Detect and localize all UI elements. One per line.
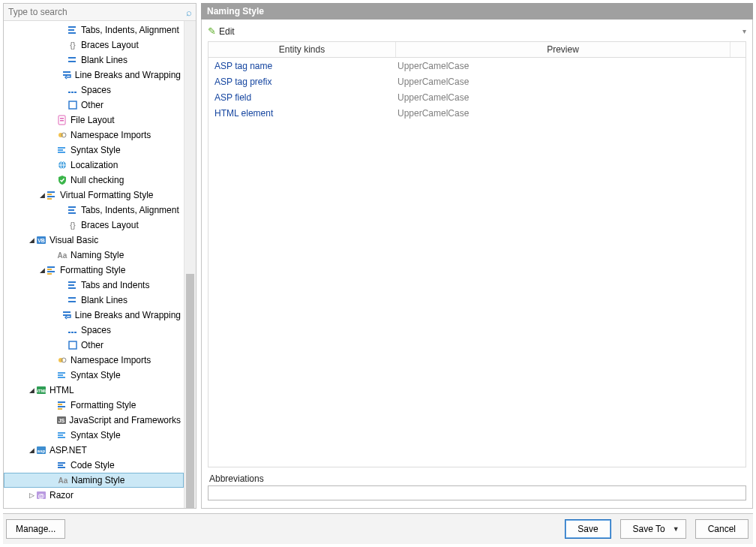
tree-node[interactable]: Spaces bbox=[4, 83, 184, 98]
tree-node[interactable]: Tabs and Indents bbox=[4, 278, 184, 293]
left-panel: ⌕ Tabs, Indents, Alignment{}Braces Layou… bbox=[3, 3, 196, 509]
tree-node[interactable]: Null checking bbox=[4, 173, 184, 188]
tree-node[interactable]: Other bbox=[4, 98, 184, 113]
tree-node[interactable]: ◢VBVisual Basic bbox=[4, 233, 184, 248]
svg-rect-48 bbox=[69, 341, 76, 349]
svg-rect-17 bbox=[58, 147, 65, 149]
svg-text:HTML: HTML bbox=[36, 389, 46, 393]
right-panel: Naming Style ✎ Edit ▾ Entity kinds Previ… bbox=[201, 3, 753, 509]
tree-node[interactable]: ◢Formatting Style bbox=[4, 263, 184, 278]
svg-rect-47 bbox=[74, 332, 76, 333]
tree-node-label: Other bbox=[81, 100, 104, 110]
tree-node-label: Other bbox=[81, 340, 104, 350]
tree-node[interactable]: Localization bbox=[4, 158, 184, 173]
pencil-icon: ✎ bbox=[208, 26, 216, 37]
edit-label: Edit bbox=[219, 26, 235, 37]
svg-rect-18 bbox=[58, 149, 63, 151]
svg-rect-8 bbox=[68, 92, 70, 93]
tree-node[interactable]: Line Breaks and Wrapping bbox=[4, 68, 184, 83]
expand-icon[interactable]: ▷ bbox=[28, 491, 35, 499]
table-row[interactable]: ASP tag prefixUpperCamelCase bbox=[208, 74, 746, 89]
svg-rect-0 bbox=[68, 26, 76, 28]
tree-node[interactable]: Spaces bbox=[4, 323, 184, 338]
tree-node[interactable]: File Layout bbox=[4, 113, 184, 128]
syntax-icon bbox=[56, 144, 68, 156]
tree-node[interactable]: Blank Lines bbox=[4, 293, 184, 308]
svg-rect-7 bbox=[63, 74, 70, 76]
fmt-icon bbox=[46, 189, 58, 201]
svg-rect-38 bbox=[68, 281, 76, 283]
tree-node[interactable]: Code Style bbox=[4, 458, 184, 473]
collapse-icon[interactable]: ◢ bbox=[38, 191, 46, 199]
svg-rect-25 bbox=[47, 196, 55, 197]
spaces-icon bbox=[67, 324, 79, 336]
collapse-icon[interactable]: ◢ bbox=[28, 236, 35, 244]
table-row[interactable]: HTML elementUpperCamelCase bbox=[208, 105, 746, 121]
asp-icon: asp bbox=[35, 444, 47, 456]
table-row[interactable]: ASP fieldUpperCamelCase bbox=[208, 89, 746, 105]
tree-node[interactable]: Syntax Style bbox=[4, 428, 184, 443]
other-icon bbox=[67, 99, 79, 111]
abbreviations-input[interactable] bbox=[208, 485, 746, 500]
tree-node-label: Tabs, Indents, Alignment bbox=[81, 25, 179, 35]
tree-node[interactable]: {}Braces Layout bbox=[4, 218, 184, 233]
svg-text:@: @ bbox=[38, 492, 45, 500]
aa-icon: Aa bbox=[56, 249, 68, 261]
tree-node[interactable]: ◢Virtual Formatting Style bbox=[4, 188, 184, 203]
tree-node[interactable]: Line Breaks and Wrapping bbox=[4, 308, 184, 323]
globe-icon bbox=[56, 159, 68, 171]
tree-node[interactable]: Tabs, Indents, Alignment bbox=[4, 203, 184, 218]
search-icon[interactable]: ⌕ bbox=[182, 7, 196, 18]
indent-icon bbox=[67, 204, 79, 216]
col-preview[interactable]: Preview bbox=[396, 42, 730, 57]
svg-rect-36 bbox=[47, 271, 55, 272]
tree-node[interactable]: ◢aspASP.NET bbox=[4, 443, 184, 458]
tree-node[interactable]: AaNaming Style bbox=[4, 473, 184, 488]
col-entity-kinds[interactable]: Entity kinds bbox=[208, 42, 396, 57]
manage-button[interactable]: Manage... bbox=[6, 519, 65, 539]
tree-node[interactable]: Syntax Style bbox=[4, 143, 184, 158]
tree-node[interactable]: Namespace Imports bbox=[4, 128, 184, 143]
svg-rect-69 bbox=[58, 467, 65, 468]
collapse-icon[interactable]: ◢ bbox=[38, 266, 46, 274]
tree-scrollbar[interactable] bbox=[184, 21, 196, 508]
cancel-button[interactable]: Cancel bbox=[695, 519, 748, 539]
collapse-icon[interactable]: ◢ bbox=[28, 446, 35, 454]
svg-rect-28 bbox=[68, 209, 74, 211]
svg-rect-29 bbox=[68, 212, 76, 214]
html-icon: HTML bbox=[35, 384, 47, 396]
tree-node-label: Formatting Style bbox=[60, 265, 125, 275]
tree-node[interactable]: Tabs, Indents, Alignment bbox=[4, 23, 184, 38]
tree-node[interactable]: {}Braces Layout bbox=[4, 38, 184, 53]
tree-node-label: Formatting Style bbox=[70, 400, 136, 410]
edit-button[interactable]: ✎ Edit bbox=[208, 26, 235, 37]
other-icon bbox=[67, 339, 79, 351]
svg-rect-57 bbox=[58, 404, 62, 405]
tree-node-label: Localization bbox=[70, 160, 118, 170]
tree-node[interactable]: ◢HTMLHTML bbox=[4, 383, 184, 398]
svg-text:JS: JS bbox=[58, 418, 65, 423]
tree-scroll-thumb[interactable] bbox=[186, 274, 194, 508]
tree-node-label: Virtual Formatting Style bbox=[60, 190, 154, 200]
save-button[interactable]: Save bbox=[565, 519, 610, 539]
search-input[interactable] bbox=[4, 7, 182, 17]
svg-rect-42 bbox=[68, 301, 76, 302]
tree-node[interactable]: ▷@Razor bbox=[4, 488, 184, 503]
code-icon bbox=[56, 459, 68, 471]
settings-tree[interactable]: Tabs, Indents, Alignment{}Braces LayoutB… bbox=[4, 21, 184, 508]
tree-node[interactable]: AaNaming Style bbox=[4, 248, 184, 263]
tree-node[interactable]: Syntax Style bbox=[4, 368, 184, 383]
collapse-icon[interactable]: ◢ bbox=[28, 386, 35, 394]
tree-node[interactable]: Blank Lines bbox=[4, 53, 184, 68]
save-to-button[interactable]: Save To ▼ bbox=[620, 519, 686, 539]
svg-rect-64 bbox=[58, 437, 65, 438]
tree-node[interactable]: Formatting Style bbox=[4, 398, 184, 413]
table-row[interactable]: ASP tag nameUpperCamelCase bbox=[208, 58, 746, 74]
edit-toolbar: ✎ Edit ▾ bbox=[208, 24, 746, 41]
col-spacer bbox=[730, 42, 746, 57]
tree-node[interactable]: Other bbox=[4, 338, 184, 353]
tree-node[interactable]: JSJavaScript and Frameworks bbox=[4, 413, 184, 428]
tree-node[interactable]: Namespace Imports bbox=[4, 353, 184, 368]
panel-menu-icon[interactable]: ▾ bbox=[742, 27, 746, 35]
tree-node-label: Tabs, Indents, Alignment bbox=[81, 205, 179, 215]
